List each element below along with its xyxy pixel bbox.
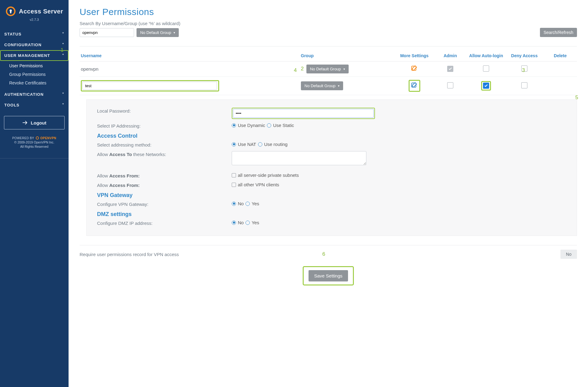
require-record-toggle[interactable]: No — [560, 250, 577, 259]
sidebar-item-configuration[interactable]: Configuration ˅ — [0, 39, 69, 50]
annotation-2: 2 — [301, 66, 304, 72]
allow-access-from-label: Allow Access From: — [97, 173, 232, 178]
checkbox-vpn-clients[interactable] — [232, 183, 236, 187]
chevron-down-icon: ˅ — [62, 92, 64, 97]
chevron-down-icon: ▾ — [338, 84, 339, 87]
subnav-user-permissions[interactable]: User Permissions — [8, 61, 69, 70]
powered-by-label: POWERED BY — [12, 136, 34, 140]
row-group-label: No Default Group — [305, 84, 335, 88]
chevron-down-icon: ˅ — [62, 103, 64, 107]
brand: Access Server v2.7.3 — [0, 0, 69, 23]
more-settings-icon[interactable] — [410, 81, 418, 89]
radio-dmz-no[interactable] — [232, 221, 236, 225]
sidebar-item-label: Status — [4, 32, 21, 36]
more-settings-icon[interactable] — [410, 65, 418, 73]
local-password-label: Local Password: — [97, 108, 232, 113]
sidebar-item-label: Configuration — [4, 43, 42, 47]
svg-point-3 — [36, 137, 38, 139]
search-label: Search By Username/Group (use '%' as wil… — [80, 21, 577, 26]
checkbox-server-subnets[interactable] — [232, 173, 236, 177]
checkbox-label: all other VPN clients — [238, 182, 279, 187]
annotation-6: 6 — [322, 251, 325, 257]
table-row: No Default Group ▾ — [80, 77, 577, 95]
col-deny: Deny Access — [505, 51, 544, 61]
chevron-down-icon: ˅ — [62, 43, 64, 47]
dmz-label: Configure DMZ IP address: — [97, 220, 232, 226]
radio-use-routing[interactable] — [258, 142, 262, 147]
allow-access-to-label: Allow Access To these Networks: — [97, 151, 232, 157]
radio-dmz-yes[interactable] — [245, 221, 250, 225]
search-row: No Default Group ▾ Search/Refresh — [80, 28, 577, 37]
logout-label: Logout — [31, 120, 47, 125]
sidebar-item-user-management[interactable]: User Management ˄ — [0, 50, 69, 61]
radio-gateway-no[interactable] — [232, 202, 236, 206]
subnav-revoke-certificates[interactable]: Revoke Certificates — [8, 79, 69, 87]
main-content: 1 User Permissions Search By Username/Gr… — [69, 0, 588, 387]
row-group-dropdown[interactable]: No Default Group ▾ — [301, 81, 343, 90]
powered-by-brand: OPENVPN — [40, 136, 56, 140]
radio-label: No — [238, 201, 244, 206]
sidebar-item-label: Tools — [4, 103, 20, 107]
chevron-down-icon: ▾ — [343, 67, 345, 71]
sidebar-item-status[interactable]: Status ˅ — [0, 29, 69, 39]
radio-label: Yes — [252, 201, 259, 206]
row-group-dropdown[interactable]: No Default Group ▾ — [306, 65, 349, 73]
vpn-gateway-heading: VPN Gateway — [97, 190, 571, 199]
admin-checkbox[interactable] — [447, 82, 453, 88]
autologin-checkbox[interactable] — [483, 83, 489, 89]
brand-version: v2.7.3 — [30, 18, 39, 21]
radio-gateway-yes[interactable] — [245, 202, 250, 206]
logout-button[interactable]: Logout — [4, 116, 65, 129]
save-settings-button[interactable]: Save Settings — [309, 270, 348, 281]
openvpn-mini-icon — [36, 136, 39, 140]
annotation-1: 1 — [61, 47, 63, 53]
addressing-method-label: Select addressing method: — [97, 142, 232, 147]
radio-use-static[interactable] — [267, 123, 271, 128]
user-permissions-table: Username Group More Settings Admin Allow… — [80, 51, 577, 95]
col-group: Group — [300, 51, 395, 61]
radio-label: Use NAT — [238, 142, 256, 147]
user-details-panel: Local Password: Select IP Addressing: Us… — [86, 99, 577, 236]
dmz-heading: DMZ settings — [97, 209, 571, 218]
page-title: User Permissions — [80, 7, 577, 17]
new-username-input[interactable] — [82, 82, 217, 90]
col-more-settings: More Settings — [395, 51, 433, 61]
svg-rect-2 — [10, 11, 11, 13]
radio-label: Use routing — [264, 142, 288, 147]
radio-label: Use Dynamic — [238, 123, 265, 128]
row-group-label: No Default Group — [310, 67, 341, 71]
user-table-wrap: 3 4 Username Group More Settings Admin A… — [80, 51, 577, 95]
require-record-label: Require user permissions record for VPN … — [80, 252, 179, 257]
chevron-up-icon: ˄ — [62, 54, 64, 58]
radio-label: No — [238, 220, 244, 225]
chevron-down-icon: ▾ — [174, 31, 175, 34]
radio-use-nat[interactable] — [232, 142, 236, 147]
brand-name: Access Server — [19, 8, 63, 15]
group-filter-label: No Default Group — [140, 30, 171, 35]
group-filter-dropdown[interactable]: No Default Group ▾ — [137, 28, 179, 37]
radio-use-dynamic[interactable] — [232, 123, 236, 128]
openvpn-logo-icon — [6, 6, 16, 17]
ip-addressing-label: Select IP Addressing: — [97, 123, 232, 128]
subnav-group-permissions[interactable]: Group Permissions — [8, 70, 69, 79]
copyright-text: © 2009-2019 OpenVPN Inc. — [2, 140, 66, 144]
autologin-checkbox[interactable] — [483, 65, 489, 72]
sidebar-item-authentication[interactable]: Authentication ˅ — [0, 89, 69, 100]
deny-checkbox[interactable] — [521, 82, 527, 88]
table-row: openvpn 2 No Default Group ▾ — [80, 61, 577, 77]
username-cell: openvpn — [80, 61, 300, 77]
search-refresh-button[interactable]: Search/Refresh — [540, 28, 577, 37]
col-autologin: Allow Auto-login — [467, 51, 505, 61]
search-username-input[interactable] — [80, 28, 134, 37]
local-password-input[interactable] — [233, 109, 374, 118]
access-to-networks-textarea[interactable] — [232, 151, 366, 165]
sidebar-item-tools[interactable]: Tools ˅ — [0, 100, 69, 110]
radio-label: Use Static — [273, 123, 294, 128]
sidebar-footer: POWERED BY OPENVPN © 2009-2019 OpenVPN I… — [0, 132, 69, 156]
col-admin: Admin — [433, 51, 467, 61]
admin-checkbox[interactable] — [447, 66, 453, 72]
rights-text: All Rights Reserved — [2, 145, 66, 148]
radio-label: Yes — [252, 220, 259, 225]
allow-access-from-label: Allow Access From: — [97, 182, 232, 188]
vpn-gateway-label: Configure VPN Gateway: — [97, 201, 232, 207]
